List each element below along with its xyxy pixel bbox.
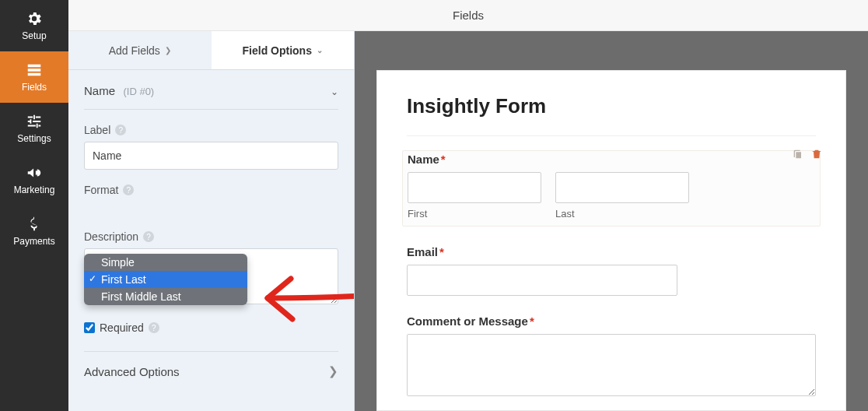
help-icon[interactable]: ? (143, 231, 154, 242)
preview-field-email[interactable]: Email* (407, 245, 816, 296)
dollar-icon (26, 216, 43, 233)
sidenav-label: Marketing (14, 184, 55, 195)
gear-icon (26, 10, 43, 27)
preview-field-comment[interactable]: Comment or Message* (407, 314, 816, 399)
help-icon[interactable]: ? (149, 322, 159, 333)
help-icon[interactable]: ? (115, 125, 126, 135)
panel-tabs: Add Fields ❯ Field Options ⌄ (68, 31, 354, 70)
required-label: Required (100, 321, 144, 334)
page-title-bar: Fields (68, 0, 868, 31)
form-preview-canvas: Insightly Form Name* (355, 31, 868, 411)
field-section-title: Name (84, 84, 115, 97)
help-icon[interactable]: ? (123, 184, 134, 195)
advanced-options-label: Advanced Options (84, 365, 180, 378)
sidenav-item-settings[interactable]: Settings (0, 103, 68, 154)
label-label: Label (84, 124, 110, 136)
form-icon (26, 61, 43, 79)
format-option-first-last[interactable]: First Last (84, 271, 247, 288)
email-input[interactable] (407, 265, 677, 296)
required-checkbox[interactable] (84, 322, 95, 333)
last-sublabel: Last (555, 208, 689, 220)
sidenav-item-payments[interactable]: Payments (0, 206, 68, 257)
sidenav-label: Setup (22, 30, 46, 41)
label-input[interactable] (84, 142, 338, 170)
tab-add-fields[interactable]: Add Fields ❯ (68, 31, 212, 69)
divider (407, 135, 816, 136)
chevron-down-icon: ⌄ (331, 86, 338, 97)
sidenav-label: Fields (22, 82, 47, 93)
side-navigation: Setup Fields Settings Marketing Payments (0, 0, 68, 411)
form-card: Insightly Form Name* (376, 70, 846, 411)
sidenav-item-setup[interactable]: Setup (0, 0, 68, 51)
required-asterisk: * (530, 314, 534, 328)
first-sublabel: First (408, 208, 541, 220)
sidenav-item-marketing[interactable]: Marketing (0, 154, 68, 206)
format-dropdown[interactable]: Simple First Last First Middle Last (84, 254, 247, 305)
field-section-id: (ID #0) (123, 86, 154, 97)
field-label: Email (407, 245, 438, 258)
advanced-options-toggle[interactable]: Advanced Options ❯ (84, 351, 338, 378)
chevron-down-icon: ⌄ (317, 46, 323, 54)
field-section-header[interactable]: Name (ID #0) ⌄ (84, 84, 338, 110)
preview-field-name[interactable]: Name* First Last (402, 150, 821, 227)
description-label: Description (84, 230, 138, 243)
sliders-icon (26, 113, 43, 130)
format-label: Format (84, 184, 118, 196)
first-name-input[interactable] (408, 172, 541, 203)
trash-icon[interactable] (810, 148, 823, 163)
chevron-right-icon: ❯ (165, 46, 171, 54)
sidenav-item-fields[interactable]: Fields (0, 51, 68, 103)
last-name-input[interactable] (555, 172, 689, 203)
sidenav-label: Payments (13, 236, 54, 247)
chevron-right-icon: ❯ (328, 364, 338, 378)
tab-label: Add Fields (109, 44, 160, 57)
duplicate-icon[interactable] (792, 148, 804, 163)
form-title: Insightly Form (407, 94, 816, 118)
comment-textarea[interactable] (407, 334, 816, 396)
bullhorn-icon (26, 164, 43, 181)
field-label: Comment or Message (407, 314, 528, 328)
required-asterisk: * (439, 245, 444, 258)
field-options-panel: Add Fields ❯ Field Options ⌄ Name (ID #0… (68, 31, 355, 411)
field-label: Name (408, 153, 439, 166)
format-option-first-middle-last[interactable]: First Middle Last (84, 288, 247, 305)
sidenav-label: Settings (17, 133, 51, 144)
required-asterisk: * (441, 153, 446, 166)
tab-label: Field Options (243, 44, 312, 57)
tab-field-options[interactable]: Field Options ⌄ (212, 31, 355, 69)
format-option-simple[interactable]: Simple (84, 254, 247, 271)
page-title: Fields (453, 9, 484, 22)
